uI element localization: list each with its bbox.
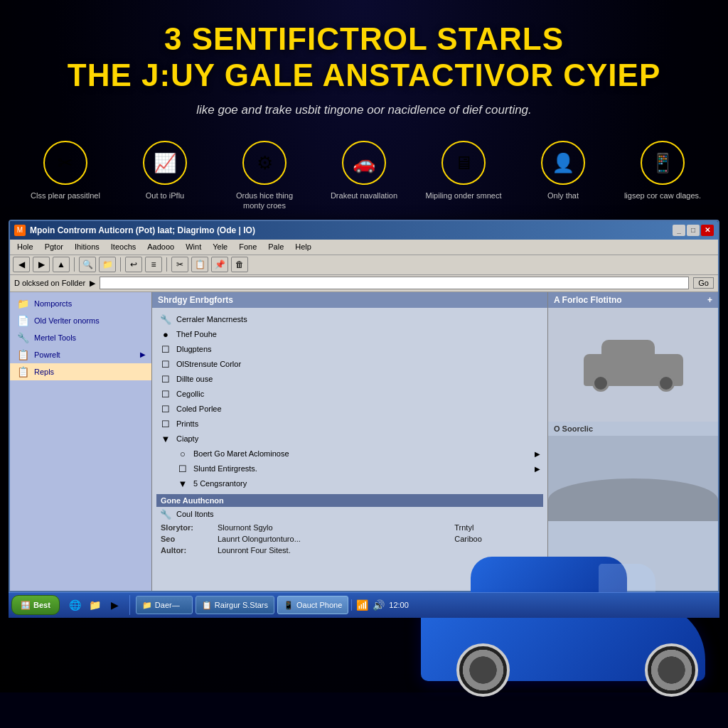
- feature-icon-5: 🖥 Mipiling onder smnect: [424, 141, 503, 211]
- address-bar: D olcksed on Follder ▶ Go: [10, 275, 718, 292]
- sidebar-item-repls[interactable]: 📋 Repls: [10, 363, 151, 380]
- checkbox-2: ☐: [159, 359, 172, 370]
- taskbar-task-rairgur[interactable]: 📋 Rairgur S.Stars: [196, 596, 274, 614]
- panel-item-dillte[interactable]: ☐ Dillte ouse: [156, 372, 543, 387]
- toolbar-cut[interactable]: ✂: [171, 257, 188, 272]
- menu-ihitions[interactable]: Ihitions: [70, 241, 104, 252]
- app-window: M Mpoin Controrm Auticorn (Pot) Iaat; Di…: [9, 220, 719, 592]
- menu-iteochs[interactable]: Iteochs: [107, 241, 140, 252]
- menu-wint[interactable]: Wint: [181, 241, 205, 252]
- address-go-button[interactable]: Go: [693, 277, 714, 289]
- sub-expand-1: ▼: [176, 478, 189, 489]
- app-icon: M: [14, 225, 26, 236]
- tool-icon-2: 🔧: [159, 509, 172, 520]
- checkbox-5: ☐: [159, 404, 172, 414]
- expand-icon-1: ▼: [159, 434, 172, 444]
- menu-hole[interactable]: Hole: [13, 241, 38, 252]
- panel-item-olstr[interactable]: ☐ OlStrensute Corlor: [156, 357, 543, 372]
- info-row-3: Aultor: Lounront Four Sitest.: [156, 545, 543, 556]
- icon-label-5: Mipiling onder smnect: [426, 191, 502, 200]
- taskbar-task-oauct[interactable]: 📱 Oauct Phone: [277, 596, 348, 614]
- car-silhouette: [577, 336, 690, 393]
- quick-launch-ie[interactable]: 🌐: [67, 596, 84, 614]
- right-panel: A Forloc Flotitno + O Soorclic: [547, 292, 718, 591]
- sidebar-item-powrelt[interactable]: 📋 Powrelt ▶: [10, 346, 151, 363]
- panel-item-printts[interactable]: ☐ Printts: [156, 417, 543, 432]
- panel-subitem-sluntd[interactable]: ☐ Sluntd Entirgrests. ▶: [156, 461, 543, 476]
- task-icon-2: 📋: [202, 601, 212, 610]
- panel-item-cerr[interactable]: 🔧 Cerraler Mancrnests: [156, 312, 543, 327]
- menu-aadooo[interactable]: Aadooo: [143, 241, 178, 252]
- sidebar-item-old-verlter[interactable]: 📄 Old Verlter onorms: [10, 312, 151, 329]
- menu-help[interactable]: Help: [291, 241, 316, 252]
- quick-launch-media[interactable]: ▶: [107, 596, 124, 614]
- icons-row: ✂ Clss plear passitlnel 📈 Out to iPflu ⚙…: [0, 128, 728, 220]
- toolbar-forward[interactable]: ▶: [33, 257, 50, 272]
- radio-icon-1: 🔧: [159, 314, 172, 325]
- toolbar-undo[interactable]: ↩: [125, 257, 142, 272]
- toolbar-search[interactable]: 🔍: [79, 257, 96, 272]
- right-panel-header: A Forloc Flotitno +: [548, 292, 718, 308]
- start-button[interactable]: 🪟 Best: [11, 595, 60, 615]
- panel-subitem-5cengs[interactable]: ▼ 5 Cengsrantory: [156, 476, 543, 491]
- toolbar-paste[interactable]: 📌: [211, 257, 228, 272]
- bg-shape: [548, 478, 718, 521]
- icon-circle-7: 📱: [641, 141, 685, 185]
- icon-circle-2: 📈: [143, 141, 187, 185]
- panel-item-coled[interactable]: ☐ Coled Porlee: [156, 402, 543, 417]
- panel-item-dlug[interactable]: ☐ Dlugptens: [156, 342, 543, 357]
- toolbar-up[interactable]: ▲: [53, 257, 70, 272]
- feature-icon-2: 📈 Out to iPflu: [126, 141, 204, 211]
- car-wheel-left: [592, 375, 609, 392]
- title-bar-left: M Mpoin Controrm Auticorn (Pot) Iaat; Di…: [14, 225, 255, 236]
- toolbar-delete[interactable]: 🗑: [231, 257, 248, 272]
- title-bar: M Mpoin Controrm Auticorn (Pot) Iaat; Di…: [10, 221, 718, 240]
- toolbar-sep-1: [74, 257, 75, 272]
- menu-pgtor[interactable]: Pgtor: [41, 241, 68, 252]
- systray-network: 📶: [356, 599, 368, 611]
- menu-fone[interactable]: Fone: [235, 241, 261, 252]
- feature-icon-3: ⚙ Ordus hice thing monty croes: [225, 141, 304, 211]
- quick-launch-folder[interactable]: 📁: [87, 596, 104, 614]
- window-title: Mpoin Controrm Auticorn (Pot) Iaat; Diag…: [30, 225, 255, 235]
- toolbar-folders[interactable]: 📁: [99, 257, 116, 272]
- panel-item-cegollic[interactable]: ☐ Cegollic: [156, 387, 543, 402]
- panel-subitem-boert[interactable]: ○ Boert Go Maret Aclominose ▶: [156, 446, 543, 461]
- add-icon[interactable]: +: [707, 295, 712, 305]
- panel-item-thef[interactable]: ● Thef Pouhe: [156, 327, 543, 342]
- sidebar-item-mertel-tools[interactable]: 🔧 Mertel Tools: [10, 329, 151, 346]
- checkbox-6: ☐: [159, 419, 172, 429]
- address-input[interactable]: [100, 277, 689, 289]
- feature-icon-7: 📱 ligsep cor caw dlages.: [623, 141, 702, 211]
- task-icon-3: 📱: [284, 601, 294, 610]
- sidebar: 📁 Nomporcts 📄 Old Verlter onorms 🔧 Merte…: [10, 292, 152, 591]
- menu-pale[interactable]: Pale: [264, 241, 288, 252]
- toolbar-view[interactable]: ≡: [145, 257, 162, 272]
- icon-circle-3: ⚙: [242, 141, 287, 185]
- taskbar-task-daer[interactable]: 📁 Daer—: [136, 596, 193, 614]
- maximize-button[interactable]: □: [687, 225, 700, 236]
- taskbar-clock: 12:00: [389, 601, 409, 609]
- car-wheel-right: [658, 375, 675, 392]
- address-arrow: ▶: [90, 279, 95, 288]
- checkbox-4: ☐: [159, 389, 172, 400]
- panel-item-coul[interactable]: 🔧 Coul Itonts: [156, 507, 543, 522]
- close-button[interactable]: ✕: [701, 225, 714, 236]
- toolbar-back[interactable]: ◀: [13, 257, 30, 272]
- clipboard-icon-2: 📋: [16, 366, 30, 378]
- bottom-background: [0, 692, 728, 728]
- panel-item-ciapty[interactable]: ▼ Ciapty: [156, 432, 543, 446]
- menu-yele[interactable]: Yele: [208, 241, 232, 252]
- minimize-button[interactable]: _: [673, 225, 685, 236]
- systray-volume: 🔊: [373, 599, 385, 611]
- sub-radio-1: ○: [176, 449, 189, 459]
- app-window-container: M Mpoin Controrm Auticorn (Pot) Iaat; Di…: [0, 220, 728, 592]
- center-panel: Shrdgy Enrbgforts 🔧 Cerraler Mancrnests …: [152, 292, 547, 591]
- sidebar-item-nomporcts[interactable]: 📁 Nomporcts: [10, 295, 151, 312]
- icon-circle-5: 🖥: [441, 141, 486, 185]
- address-label: D olcksed on Follder: [14, 279, 85, 287]
- toolbar-copy[interactable]: 📋: [191, 257, 208, 272]
- car-preview-box: [548, 308, 718, 422]
- main-content: 📁 Nomporcts 📄 Old Verlter onorms 🔧 Merte…: [10, 292, 718, 591]
- folder-icon: 📁: [16, 298, 30, 309]
